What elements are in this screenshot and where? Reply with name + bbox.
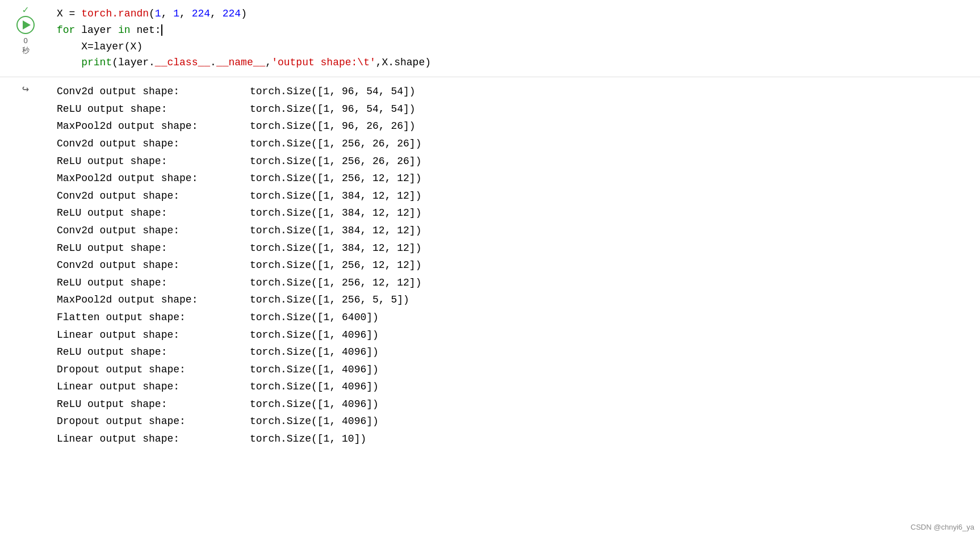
output-row: ReLU output shape:torch.Size([1, 256, 12… (57, 274, 969, 292)
output-row: Dropout output shape:torch.Size([1, 4096… (57, 361, 969, 379)
cell-gutter: ✓ 0 秒 (0, 0, 51, 77)
output-content: Conv2d output shape:torch.Size([1, 96, 5… (51, 77, 980, 453)
output-row: ReLU output shape:torch.Size([1, 96, 54,… (57, 100, 969, 118)
output-row: ReLU output shape:torch.Size([1, 4096]) (57, 343, 969, 361)
output-row: Conv2d output shape:torch.Size([1, 256, … (57, 135, 969, 153)
notebook-container: ✓ 0 秒 X = torch.randn(1, 1, 224, 224) fo… (0, 0, 980, 454)
output-rows: Conv2d output shape:torch.Size([1, 96, 5… (57, 83, 969, 447)
code-line-4: print(layer.__class__.__name__,'output s… (57, 54, 969, 71)
output-row: Linear output shape:torch.Size([1, 4096]… (57, 378, 969, 396)
cell-indicator: 0 秒 (22, 36, 30, 56)
output-row: Conv2d output shape:torch.Size([1, 384, … (57, 187, 969, 205)
run-button[interactable] (16, 16, 35, 34)
code-line-3: X=layer(X) (57, 39, 969, 55)
output-row: ReLU output shape:torch.Size([1, 384, 12… (57, 240, 969, 257)
code-line-2: for layer in net: (57, 22, 969, 39)
output-row: Conv2d output shape:torch.Size([1, 384, … (57, 222, 969, 240)
code-line-1: X = torch.randn(1, 1, 224, 224) (57, 6, 969, 22)
output-row: ReLU output shape:torch.Size([1, 4096]) (57, 396, 969, 413)
watermark: CSDN @chnyi6_ya (911, 523, 974, 531)
code-content: X = torch.randn(1, 1, 224, 224) for laye… (51, 0, 980, 77)
output-row: MaxPool2d output shape:torch.Size([1, 96… (57, 118, 969, 135)
run-button-icon (23, 20, 31, 30)
output-row: MaxPool2d output shape:torch.Size([1, 25… (57, 291, 969, 309)
output-row: ReLU output shape:torch.Size([1, 256, 26… (57, 153, 969, 170)
output-row: Dropout output shape:torch.Size([1, 4096… (57, 413, 969, 430)
output-cell: ↪ Conv2d output shape:torch.Size([1, 96,… (0, 77, 980, 453)
output-row: Conv2d output shape:torch.Size([1, 256, … (57, 257, 969, 274)
output-row: Linear output shape:torch.Size([1, 4096]… (57, 326, 969, 344)
output-gutter: ↪ (0, 77, 51, 453)
output-row: ReLU output shape:torch.Size([1, 384, 12… (57, 204, 969, 222)
output-row: Conv2d output shape:torch.Size([1, 96, 5… (57, 83, 969, 100)
output-row: Linear output shape:torch.Size([1, 10]) (57, 430, 969, 448)
check-mark-icon: ✓ (23, 3, 29, 16)
code-cell: ✓ 0 秒 X = torch.randn(1, 1, 224, 224) fo… (0, 0, 980, 77)
output-row: Flatten output shape:torch.Size([1, 6400… (57, 309, 969, 326)
output-row: MaxPool2d output shape:torch.Size([1, 25… (57, 170, 969, 187)
output-expand-icon[interactable]: ↪ (22, 82, 29, 96)
